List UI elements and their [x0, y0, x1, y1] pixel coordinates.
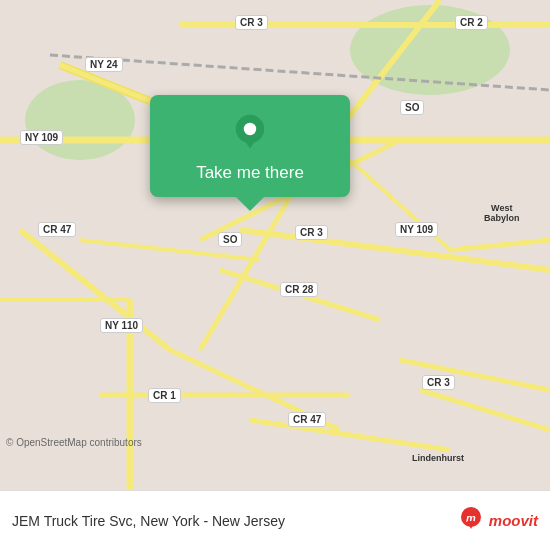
road-label-so-bottom: SO [218, 232, 242, 247]
road-label-cr47-left: CR 47 [38, 222, 76, 237]
svg-marker-26 [243, 138, 257, 149]
moovit-icon: m [457, 507, 485, 535]
svg-point-25 [244, 123, 256, 135]
road-label-ny109-right: NY 109 [395, 222, 438, 237]
road-label-ny24: NY 24 [85, 57, 123, 72]
popup-label: Take me there [196, 163, 304, 183]
moovit-text: moovit [489, 512, 538, 529]
road-label-cr3-bot: CR 3 [422, 375, 455, 390]
road-label-cr28: CR 28 [280, 282, 318, 297]
road-label-cr3-top: CR 3 [235, 15, 268, 30]
road-label-ny110: NY 110 [100, 318, 143, 333]
location-pin-icon [230, 113, 270, 153]
map-container: NY 24 CR 3 CR 2 NY 109 SO CR 47 SO CR 3 … [0, 0, 550, 490]
road-label-cr47-bot: CR 47 [288, 412, 326, 427]
road-label-cr1: CR 1 [148, 388, 181, 403]
road-label-west-babylon: WestBabylon [480, 202, 524, 224]
map-attribution: © OpenStreetMap contributors [6, 437, 142, 448]
road-label-ny109-left: NY 109 [20, 130, 63, 145]
road-label-lindenhurst: Lindenhurst [408, 452, 468, 464]
road-label-cr3-mid: CR 3 [295, 225, 328, 240]
road-label-cr2: CR 2 [455, 15, 488, 30]
location-popup[interactable]: Take me there [150, 95, 350, 197]
moovit-logo: m moovit [457, 507, 538, 535]
info-bar: JEM Truck Tire Svc, New York - New Jerse… [0, 490, 550, 550]
location-info: JEM Truck Tire Svc, New York - New Jerse… [12, 513, 457, 529]
road-label-so-right: SO [400, 100, 424, 115]
